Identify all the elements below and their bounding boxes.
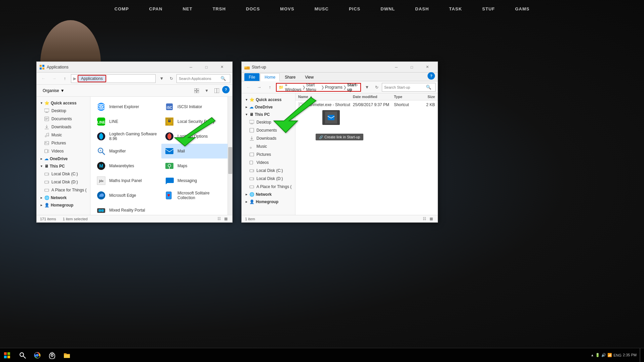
startup-sidebar-quick-access[interactable]: ▼ ⭐ Quick access bbox=[242, 96, 295, 103]
startup-help-button[interactable]: ? bbox=[428, 72, 435, 80]
file-item-logitech2[interactable]: Logitech Options bbox=[161, 129, 230, 144]
startup-sidebar-documents[interactable]: Documents bbox=[242, 126, 295, 134]
apps-close-button[interactable]: ✕ bbox=[214, 62, 230, 73]
startup-sidebar-music[interactable]: Music bbox=[242, 142, 295, 150]
apps-back-button[interactable]: ← bbox=[39, 74, 48, 83]
startup-sidebar-desktop[interactable]: Desktop bbox=[242, 118, 295, 126]
startup-maximize-button[interactable]: □ bbox=[404, 62, 419, 73]
apps-organise-button[interactable]: Organise ▼ bbox=[39, 87, 68, 94]
file-item-solitaire[interactable]: ♥ Microsoft Solitaire Collection bbox=[161, 188, 230, 203]
startup-address-dropdown[interactable]: ▼ bbox=[362, 83, 372, 92]
file-item-line[interactable]: LINE LINE bbox=[93, 114, 161, 129]
topnav-item-dash[interactable]: DASH bbox=[415, 6, 429, 11]
startup-forward-button[interactable]: → bbox=[254, 83, 264, 92]
file-item-logitech[interactable]: Logitech Gaming Software 8.96 bbox=[93, 129, 161, 144]
topnav-item-net[interactable]: NET bbox=[183, 6, 192, 11]
startup-file-row-rainmeter[interactable]: Rainmeter.exe - Shortcut 25/08/2017 9:37… bbox=[295, 100, 438, 109]
topnav-item-gams[interactable]: GAMS bbox=[515, 6, 529, 11]
sidebar-homegroup-header[interactable]: ► 👤 Homegroup bbox=[37, 201, 90, 209]
taskbar-folder-button[interactable] bbox=[60, 348, 74, 362]
startup-search-input[interactable] bbox=[384, 85, 425, 89]
startup-sidebar-onedrive[interactable]: ► ☁ OneDrive bbox=[242, 103, 295, 111]
file-item-mathsinput[interactable]: ∫dx Maths Input Panel bbox=[93, 173, 161, 188]
sidebar-item-aplacefor[interactable]: A Place for Things ( bbox=[37, 186, 90, 194]
sidebar-item-desktop[interactable]: Desktop bbox=[37, 107, 90, 115]
startup-minimize-button[interactable]: ─ bbox=[389, 62, 404, 73]
topnav-item-musc[interactable]: MUSC bbox=[315, 6, 329, 11]
startup-sidebar-downloads[interactable]: Downloads bbox=[242, 134, 295, 142]
apps-large-icon-view-btn[interactable]: ▦ bbox=[223, 216, 229, 222]
startup-close-button[interactable]: ✕ bbox=[419, 62, 435, 73]
startup-search-box[interactable]: 🔍 bbox=[382, 83, 436, 92]
apps-address-dropdown[interactable]: ▼ bbox=[157, 74, 166, 83]
apps-grid-view-button[interactable] bbox=[192, 86, 201, 95]
col-type[interactable]: Type bbox=[394, 95, 421, 99]
apps-minimize-button[interactable]: ─ bbox=[183, 62, 199, 73]
apps-address-path[interactable]: ▶ Applications bbox=[71, 74, 156, 83]
col-name[interactable]: Name ▲ bbox=[298, 95, 353, 99]
sidebar-network-header[interactable]: ► 🌐 Network bbox=[37, 194, 90, 201]
apps-search-input[interactable] bbox=[179, 77, 219, 81]
taskbar-chevron-icon[interactable]: ▲ bbox=[591, 353, 594, 357]
apps-forward-button[interactable]: → bbox=[49, 74, 59, 83]
topnav-item-pics[interactable]: PICS bbox=[349, 6, 360, 11]
startup-details-view-btn[interactable]: ☷ bbox=[421, 216, 428, 222]
file-item-mail[interactable]: Mail bbox=[161, 144, 230, 159]
startup-sidebar-videos[interactable]: Videos bbox=[242, 159, 295, 167]
apps-help-button[interactable]: ? bbox=[222, 86, 230, 93]
startup-refresh-button[interactable]: ↻ bbox=[373, 84, 380, 91]
file-item-magnifier[interactable]: + Magnifier bbox=[93, 144, 161, 159]
taskbar-clock[interactable]: 2:35 PM bbox=[623, 353, 637, 358]
sidebar-onedrive-header[interactable]: ► ☁ OneDrive bbox=[37, 155, 90, 163]
col-date[interactable]: Date modified bbox=[353, 95, 394, 99]
apps-details-pane-button[interactable] bbox=[212, 86, 222, 95]
startup-up-button[interactable]: ↑ bbox=[265, 83, 275, 92]
tab-home[interactable]: Home bbox=[260, 73, 280, 81]
topnav-item-cpan[interactable]: CPAN bbox=[149, 6, 163, 11]
file-item-security[interactable]: Local Security Policy bbox=[161, 114, 230, 129]
apps-view-options-button[interactable]: ▼ bbox=[202, 86, 211, 95]
sidebar-item-downloads[interactable]: Downloads bbox=[37, 123, 90, 131]
startup-sidebar-localdiskd[interactable]: Local Disk (D:) bbox=[242, 175, 295, 183]
file-item-messaging[interactable]: Messaging bbox=[161, 173, 230, 188]
file-item-maps[interactable]: Maps bbox=[161, 159, 230, 173]
col-size[interactable]: Size bbox=[421, 95, 435, 99]
apps-scrollbar-thumb[interactable] bbox=[228, 147, 232, 174]
startup-sidebar-homegroup[interactable]: ► 👤 Homegroup bbox=[242, 198, 295, 206]
sidebar-item-pictures[interactable]: Pictures bbox=[37, 139, 90, 147]
tab-view[interactable]: View bbox=[300, 73, 318, 81]
sidebar-item-localdiskc[interactable]: Local Disk (C:) bbox=[37, 170, 90, 178]
file-item-edge[interactable]: Microsoft Edge bbox=[93, 188, 161, 203]
startup-sidebar-thispc[interactable]: ▼ 🖥 This PC bbox=[242, 111, 295, 118]
startup-large-icon-view-btn[interactable]: ▦ bbox=[428, 216, 434, 222]
topnav-item-docs[interactable]: DOCS bbox=[246, 6, 260, 11]
topnav-item-task[interactable]: TASK bbox=[449, 6, 462, 11]
topnav-item-comp[interactable]: COMP bbox=[115, 6, 129, 11]
startup-back-button[interactable]: ← bbox=[244, 83, 253, 92]
start-button[interactable] bbox=[0, 348, 14, 362]
taskbar-search-button[interactable] bbox=[15, 348, 30, 362]
topnav-item-trsh[interactable]: TRSH bbox=[212, 6, 226, 11]
file-item-mixedreality[interactable]: Mixed Reality Portal bbox=[93, 203, 161, 215]
apps-details-view-btn[interactable]: ☷ bbox=[216, 216, 222, 222]
taskbar-chrome-button[interactable] bbox=[30, 348, 44, 362]
file-item-ie[interactable]: Internet Explorer bbox=[93, 99, 161, 114]
startup-sidebar-aplacefor[interactable]: A Place for Things ( bbox=[242, 183, 295, 191]
sidebar-item-localdiskd[interactable]: Local Disk (D:) bbox=[37, 178, 90, 186]
sidebar-item-music[interactable]: Music bbox=[37, 131, 90, 139]
startup-sidebar-network[interactable]: ► 🌐 Network bbox=[242, 191, 295, 198]
apps-up-button[interactable]: ↑ bbox=[60, 74, 70, 83]
sidebar-item-documents[interactable]: Documents bbox=[37, 115, 90, 123]
tab-share[interactable]: Share bbox=[280, 73, 300, 81]
startup-sidebar-pictures[interactable]: Pictures bbox=[242, 150, 295, 159]
file-item-iscsi[interactable]: iSC iSCSI Initiator bbox=[161, 99, 230, 114]
apps-refresh-button[interactable]: ↻ bbox=[168, 75, 175, 82]
startup-address-path[interactable]: 📁 » Windows ❯ Start Menu ❯ Programs ❯ St… bbox=[276, 83, 361, 92]
topnav-item-stuf[interactable]: STUF bbox=[482, 6, 495, 11]
taskbar-settings-button[interactable] bbox=[45, 348, 59, 362]
topnav-item-dwnl[interactable]: DWNL bbox=[380, 6, 395, 11]
file-item-malwarebytes[interactable]: M Malwarebytes bbox=[93, 159, 161, 173]
sidebar-thispc-header[interactable]: ▼ 🖥 This PC bbox=[37, 163, 90, 170]
apps-path-segment[interactable]: Applications bbox=[78, 75, 106, 82]
apps-search-box[interactable]: 🔍 bbox=[176, 74, 230, 83]
